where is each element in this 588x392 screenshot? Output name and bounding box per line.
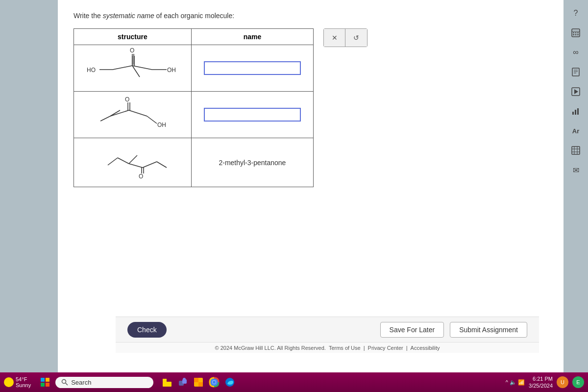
taskbar-app-teams[interactable] <box>176 375 190 389</box>
name-cell-3: 2-methyl-3-pentanone <box>191 138 313 187</box>
svg-text:OH: OH <box>167 67 176 74</box>
taskbar-apps <box>160 375 237 389</box>
structure-cell-1: O HO <box>74 45 192 92</box>
name-cell-1[interactable] <box>191 45 313 92</box>
left-panel <box>0 0 58 372</box>
text-format-icon[interactable]: Ar <box>567 122 584 139</box>
taskbar-app-chrome[interactable] <box>207 375 221 389</box>
terms-link[interactable]: Terms of Use <box>329 345 361 351</box>
svg-point-56 <box>62 380 66 384</box>
check-button[interactable]: Check <box>127 322 167 338</box>
svg-text:O: O <box>130 47 134 54</box>
svg-rect-46 <box>577 108 579 115</box>
clock-date: 3/25/2024 <box>529 382 553 389</box>
molecule-1-svg: O HO <box>81 45 184 89</box>
footer-right: Save For Later Submit Assignment <box>380 322 527 338</box>
clear-button[interactable]: ✕ <box>324 29 345 47</box>
temperature: 54°F <box>16 376 31 382</box>
svg-rect-54 <box>41 383 45 387</box>
input-toolbar: ✕ ↺ <box>323 28 368 47</box>
svg-rect-34 <box>577 32 579 33</box>
svg-rect-45 <box>575 110 576 115</box>
svg-rect-52 <box>41 378 45 382</box>
weather-info: 54°F Sunny <box>16 376 31 388</box>
molecule-2-svg: O <box>81 92 184 136</box>
svg-point-62 <box>183 378 186 381</box>
svg-rect-36 <box>575 34 577 35</box>
svg-text:OH: OH <box>157 122 166 128</box>
svg-text:O: O <box>139 173 143 180</box>
taskbar-clock: 6:21 PM 3/25/2024 <box>529 375 553 390</box>
condition: Sunny <box>16 382 31 388</box>
name-text-3: 2-methyl-3-pentanone <box>219 159 286 167</box>
name-input-2[interactable] <box>204 108 301 122</box>
structure-cell-3: O <box>74 138 192 187</box>
svg-text:O: O <box>125 96 129 103</box>
svg-rect-44 <box>572 112 574 115</box>
play-icon[interactable] <box>567 83 584 100</box>
start-button[interactable] <box>38 375 52 390</box>
taskbar-app-explorer[interactable] <box>192 375 205 389</box>
svg-line-18 <box>129 110 147 116</box>
svg-rect-55 <box>46 383 49 387</box>
svg-rect-59 <box>163 382 172 387</box>
copyright-bar: © 2024 McGraw Hill LLC. All Rights Reser… <box>116 342 539 353</box>
svg-rect-32 <box>573 32 574 33</box>
svg-rect-38 <box>572 68 579 76</box>
svg-rect-33 <box>575 32 577 33</box>
taskbar-app-edge[interactable] <box>223 375 237 389</box>
infinity-icon[interactable]: ∞ <box>567 44 584 61</box>
clock-time: 6:21 PM <box>529 375 553 382</box>
svg-line-25 <box>118 158 129 164</box>
name-input-1[interactable] <box>204 61 301 75</box>
calculator-icon[interactable] <box>567 24 584 41</box>
svg-line-16 <box>100 116 110 121</box>
svg-marker-43 <box>574 89 578 94</box>
right-sidebar: ? ∞ <box>564 0 588 372</box>
svg-rect-58 <box>163 379 167 382</box>
separator-1: | <box>364 345 365 351</box>
taskbar-icons-system: ^ 🔈 📶 <box>506 379 525 386</box>
molecule-3-svg: O <box>81 138 184 185</box>
grid-icon[interactable] <box>567 142 584 159</box>
svg-line-26 <box>129 155 137 164</box>
separator-2: | <box>406 345 408 351</box>
taskbar-extra-icon[interactable]: E <box>572 376 584 388</box>
search-icon <box>61 379 68 386</box>
copyright-text: © 2024 McGraw Hill LLC. All Rights Reser… <box>215 345 326 351</box>
accessibility-link[interactable]: Accessibility <box>411 345 440 351</box>
table-header-structure: structure <box>74 29 192 45</box>
taskbar-right: ^ 🔈 📶 6:21 PM 3/25/2024 U E <box>506 375 584 390</box>
taskbar-app-files[interactable] <box>160 375 174 389</box>
mail-icon[interactable]: ✉ <box>567 162 584 178</box>
svg-rect-35 <box>573 34 574 35</box>
notes-icon[interactable] <box>567 64 584 80</box>
privacy-link[interactable]: Privacy Center <box>368 345 403 351</box>
search-placeholder: Search <box>71 379 91 386</box>
svg-line-27 <box>129 164 143 168</box>
svg-point-68 <box>213 381 216 384</box>
name-cell-2[interactable] <box>191 92 313 138</box>
table-row: O HO <box>74 45 314 92</box>
table-row: O <box>74 138 314 187</box>
undo-button[interactable]: ↺ <box>345 29 367 47</box>
structure-cell-2: O <box>74 92 192 138</box>
weather-widget: 54°F Sunny <box>4 376 31 388</box>
footer-section: Check Save For Later Submit Assignment ©… <box>116 317 539 353</box>
svg-rect-65 <box>198 382 203 387</box>
save-later-button[interactable]: Save For Later <box>380 322 444 338</box>
submit-assignment-button[interactable]: Submit Assignment <box>450 322 527 338</box>
center-content: Write the systematic name of each organi… <box>58 0 564 372</box>
svg-line-57 <box>66 383 68 386</box>
table-row: O <box>74 92 314 138</box>
svg-rect-47 <box>572 147 580 154</box>
weather-icon <box>4 377 14 387</box>
taskbar-user-icon[interactable]: U <box>557 376 568 388</box>
search-bar[interactable]: Search <box>55 377 153 388</box>
help-icon[interactable]: ? <box>567 5 584 22</box>
molecule-table: structure name <box>74 28 314 187</box>
chart-icon[interactable] <box>567 103 584 120</box>
svg-text:HO: HO <box>87 67 96 74</box>
svg-rect-53 <box>46 378 49 382</box>
svg-line-24 <box>108 158 118 165</box>
